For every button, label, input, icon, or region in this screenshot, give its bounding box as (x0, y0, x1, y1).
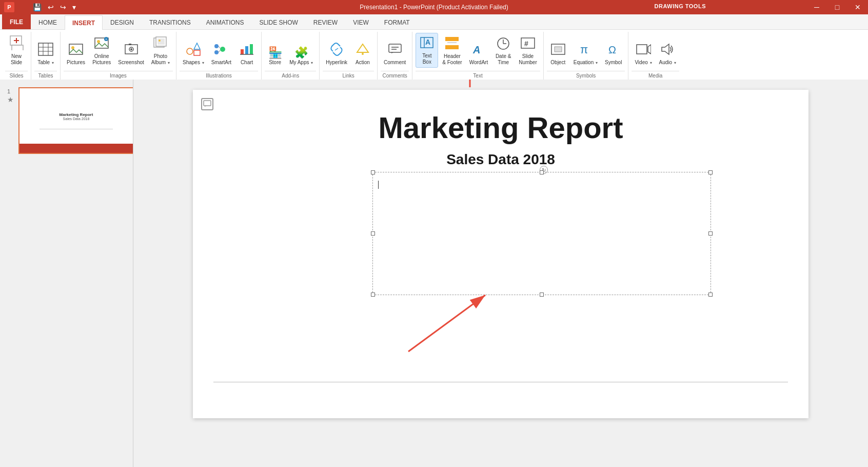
text-box-button[interactable]: A TextBox (416, 33, 438, 68)
slide-thumb-sub: Sales Data 2018 (63, 117, 90, 121)
slide-number-icon: # (520, 36, 536, 52)
customize-quick-access[interactable]: ▾ (70, 2, 78, 12)
tab-insert[interactable]: INSERT (65, 15, 103, 30)
table-icon (37, 42, 54, 59)
tab-review[interactable]: REVIEW (306, 15, 345, 29)
redo-button[interactable]: ↪ (58, 2, 68, 12)
wordart-button[interactable]: A WordArt (466, 40, 491, 68)
powerpoint-icon: P (4, 2, 14, 12)
main-area: 1 ★ Marketing Report Sales Data 2018 Mar… (0, 80, 868, 467)
canvas-area[interactable]: Marketing Report Sales Data 2018 ↻ (133, 80, 868, 467)
maximize-button[interactable]: □ (827, 0, 847, 14)
text-box-selected[interactable] (372, 172, 711, 295)
action-button[interactable]: Action (351, 40, 374, 68)
handle-bottom-left[interactable] (371, 293, 375, 297)
text-cursor (378, 181, 379, 189)
store-button[interactable]: 🏪 Store (265, 45, 285, 68)
ribbon-group-links: Hyperlink Action Links (320, 32, 378, 80)
svg-rect-25 (194, 50, 200, 55)
handle-bottom-right[interactable] (708, 293, 713, 297)
video-label: Video ▾ (635, 60, 652, 66)
object-icon (550, 42, 566, 59)
comment-button[interactable]: Comment (381, 40, 409, 68)
svg-point-22 (159, 40, 161, 42)
svg-rect-46 (445, 45, 459, 49)
video-button[interactable]: Video ▾ (632, 40, 655, 68)
action-icon (355, 42, 370, 59)
text-box-label: TextBox (422, 53, 431, 65)
svg-marker-62 (205, 106, 207, 107)
online-pictures-label: OnlinePictures (92, 53, 111, 66)
svg-rect-1 (12, 45, 23, 50)
close-button[interactable]: ✕ (847, 0, 868, 14)
ribbon-group-tables: Table ▾ Tables (31, 32, 61, 80)
annotation-arrow-2 (193, 80, 808, 90)
save-button[interactable]: 💾 (31, 2, 44, 12)
tab-transitions[interactable]: TRANSITIONS (142, 15, 199, 29)
illustrations-group-label: Illustrations (180, 71, 258, 80)
my-apps-button[interactable]: 🧩 My Apps ▾ (286, 45, 316, 68)
quick-access-toolbar: 💾 ↩ ↪ ▾ (31, 2, 78, 12)
minimize-button[interactable]: ─ (806, 0, 827, 14)
date-time-icon (496, 36, 511, 52)
chart-label: Chart (241, 60, 253, 66)
tab-slideshow[interactable]: SLIDE SHOW (251, 15, 305, 29)
tab-view[interactable]: VIEW (345, 15, 377, 29)
new-slide-icon (8, 34, 25, 52)
svg-rect-21 (157, 38, 165, 45)
svg-rect-31 (241, 49, 244, 54)
svg-text:#: # (524, 40, 528, 48)
tables-group-label: Tables (34, 71, 57, 80)
handle-top-left[interactable] (371, 170, 375, 174)
tab-format[interactable]: FORMAT (377, 15, 418, 29)
undo-button[interactable]: ↩ (46, 2, 56, 12)
slide-comment-icon[interactable] (201, 98, 213, 110)
equation-button[interactable]: π Equation ▾ (570, 40, 601, 68)
svg-rect-61 (204, 101, 211, 106)
object-button[interactable]: Object (547, 40, 569, 68)
images-group-label: Images (64, 71, 173, 80)
svg-text:A: A (425, 38, 430, 46)
shapes-button[interactable]: Shapes ▾ (180, 39, 207, 68)
slide-number-button[interactable]: # SlideNumber (516, 34, 540, 68)
smartart-button[interactable]: SmartArt (208, 40, 234, 68)
slide-star-icon: ★ (7, 95, 14, 104)
handle-top-right[interactable] (708, 170, 713, 174)
tab-animations[interactable]: ANIMATIONS (199, 15, 252, 29)
svg-rect-55 (555, 47, 562, 52)
slide-thumb-footer (19, 144, 133, 153)
text-group-label: Text (416, 71, 540, 80)
pictures-label: Pictures (67, 60, 85, 66)
date-time-label: Date &Time (496, 53, 511, 66)
hyperlink-button[interactable]: Hyperlink (323, 40, 350, 68)
pictures-button[interactable]: Pictures (64, 40, 88, 68)
handle-top-center[interactable] (540, 170, 544, 174)
online-pictures-button[interactable]: + OnlinePictures (89, 34, 114, 68)
header-footer-icon (444, 36, 460, 52)
slide-thumbnail[interactable]: Marketing Report Sales Data 2018 (18, 87, 133, 154)
table-button[interactable]: Table ▾ (34, 40, 57, 68)
new-slide-button[interactable]: NewSlide (5, 32, 28, 68)
svg-text:+: + (105, 37, 107, 41)
handle-middle-left[interactable] (371, 231, 375, 236)
slide-subtitle[interactable]: Sales Data 2018 (193, 151, 808, 168)
action-label: Action (356, 60, 370, 66)
screenshot-icon (124, 42, 139, 59)
handle-middle-right[interactable] (708, 231, 713, 236)
chart-button[interactable]: Chart (235, 40, 258, 68)
handle-bottom-center[interactable] (540, 293, 544, 297)
photo-album-button[interactable]: PhotoAlbum ▾ (148, 33, 173, 68)
screenshot-button[interactable]: Screenshot (115, 40, 147, 68)
slide-main-title[interactable]: Marketing Report (193, 110, 808, 145)
tab-home[interactable]: HOME (31, 15, 65, 29)
audio-button[interactable]: Audio ▾ (656, 40, 679, 68)
tab-design[interactable]: DESIGN (103, 15, 142, 29)
header-footer-button[interactable]: Header& Footer (439, 34, 465, 68)
date-time-button[interactable]: Date &Time (492, 34, 515, 68)
symbol-button[interactable]: Ω Symbol (602, 40, 625, 68)
tab-file[interactable]: FILE (2, 14, 31, 29)
svg-point-28 (220, 47, 225, 52)
symbol-icon: Ω (606, 42, 621, 59)
ribbon-group-addins: 🏪 Store 🧩 My Apps ▾ Add-ins (262, 32, 320, 80)
slide-canvas[interactable]: Marketing Report Sales Data 2018 ↻ (193, 90, 808, 418)
